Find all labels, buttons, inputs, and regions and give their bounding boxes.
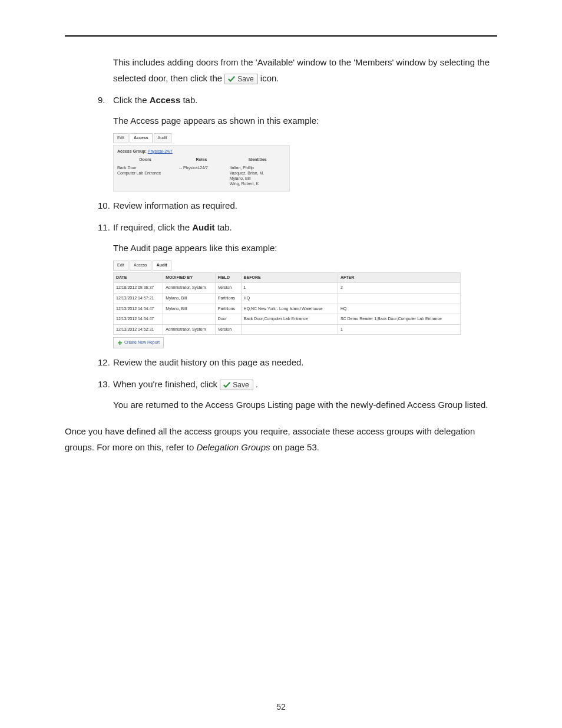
audit-cell: Mylano, Bill: [163, 304, 216, 314]
audit-cell: Partitions: [215, 304, 241, 314]
audit-th: Modified by: [163, 272, 216, 283]
audit-cell: Version: [215, 324, 241, 335]
intro-text: This includes adding doors from the 'Ava…: [113, 57, 490, 83]
audit-cell: SC Demo Reader 1;Back Door;Computer Lab …: [338, 314, 460, 325]
audit-th: Field: [215, 272, 241, 283]
step-13: 13. When you're finished, click Save .: [98, 376, 497, 392]
intro-tail: icon.: [260, 73, 279, 83]
door-item: Computer Lab Entrance: [117, 170, 173, 176]
content-body: This includes adding doors from the 'Ava…: [65, 54, 497, 455]
save-chip-label: Save: [237, 75, 253, 83]
audit-page-screenshot: Edit Access Audit Date Modified by Field…: [113, 261, 461, 348]
door-item: Back Door: [117, 165, 173, 170]
audit-row: 12/13/2012 14:54:47DoorBack Door;Compute…: [114, 314, 461, 325]
audit-cell: Door: [215, 314, 241, 325]
audit-cell: [241, 324, 338, 335]
intro-paragraph: This includes adding doors from the 'Ava…: [113, 54, 497, 86]
audit-cell: HQ: [241, 293, 338, 304]
create-new-report-label: Create New Report: [124, 339, 160, 347]
step-9-number: 9.: [98, 92, 113, 108]
step-11-number: 11.: [98, 219, 113, 235]
step-12: 12. Review the audit history on this pag…: [98, 354, 497, 370]
audit-cell: HQ;NC New York - Long Island Warehouse: [241, 304, 338, 314]
audit-cell: [163, 314, 216, 325]
step-10-text: Review information as required.: [113, 197, 497, 213]
identity-item: Vazquez, Brian, M.: [230, 170, 286, 176]
save-button-inline-2[interactable]: Save: [220, 380, 253, 390]
audit-cell: Administrator, System: [163, 283, 216, 294]
audit-cell: [338, 293, 460, 304]
step-10: 10. Review information as required.: [98, 197, 497, 213]
audit-cell: 12/18/2012 09:36:37: [114, 283, 163, 294]
delegation-groups-ref: Delegation Groups: [196, 442, 270, 452]
step-10-number: 10.: [98, 197, 113, 213]
access-group-label: Access Group:: [117, 149, 147, 153]
save-chip-label: Save: [233, 381, 249, 389]
audit-th: Before: [241, 272, 338, 283]
page-number: 52: [0, 702, 562, 711]
audit-cell: Mylano, Bill: [163, 293, 216, 304]
audit-th: After: [338, 272, 460, 283]
audit-bold: Audit: [192, 222, 214, 232]
step-9-sub: The Access page appears as shown in this…: [113, 113, 497, 129]
step-13-sub: You are returned to the Access Groups Li…: [113, 397, 497, 413]
audit-cell: 12/13/2012 14:52:31: [114, 324, 163, 335]
identities-header: Identities: [230, 156, 286, 164]
audit-cell: Partitions: [215, 293, 241, 304]
audit-mock-tab-access: Access: [130, 261, 151, 271]
checkmark-icon: [227, 75, 236, 83]
identity-item: Wing, Robert, K: [230, 181, 286, 186]
plus-icon: [117, 340, 123, 345]
audit-cell: HQ: [338, 304, 460, 314]
audit-cell: Version: [215, 283, 241, 294]
roles-header: Roles: [173, 156, 229, 164]
audit-cell: 1: [241, 283, 338, 294]
audit-row: 12/13/2012 14:57:21Mylano, BillPartition…: [114, 293, 461, 304]
identity-item: Mylano, Bill: [230, 176, 286, 181]
step-12-number: 12.: [98, 354, 113, 370]
identity-item: Italian, Phillip: [230, 165, 286, 170]
create-new-report-button: Create New Report: [113, 337, 164, 348]
audit-cell: 12/13/2012 14:57:21: [114, 293, 163, 304]
access-bold: Access: [150, 95, 181, 105]
access-mock-tab-access: Access: [130, 133, 153, 143]
audit-th: Date: [114, 272, 163, 283]
role-item: -- Physical-24/7: [173, 165, 229, 170]
step-9: 9. Click the Access tab.: [98, 92, 497, 108]
checkmark-icon: [223, 381, 231, 389]
svg-rect-1: [118, 342, 122, 344]
audit-cell: 12/13/2012 14:54:47: [114, 304, 163, 314]
doors-header: Doors: [117, 156, 173, 164]
access-mock-tab-audit: Audit: [154, 133, 171, 143]
audit-cell: 1: [338, 324, 460, 335]
save-button-inline-1[interactable]: Save: [224, 74, 257, 84]
audit-mock-tab-edit: Edit: [113, 261, 128, 271]
audit-mock-tab-audit: Audit: [153, 261, 171, 271]
step-12-text: Review the audit history on this page as…: [113, 354, 497, 370]
audit-cell: Back Door;Computer Lab Entrance: [241, 314, 338, 325]
step-11: 11. If required, click the Audit tab.: [98, 219, 497, 235]
step-13-number: 13.: [98, 376, 113, 392]
closing-paragraph: Once you have defined all the access gro…: [65, 423, 497, 455]
audit-table: Date Modified by Field Before After 12/1…: [113, 272, 461, 335]
audit-row: 12/13/2012 14:54:47Mylano, BillPartition…: [114, 304, 461, 314]
audit-row: 12/18/2012 09:36:37Administrator, System…: [114, 283, 461, 294]
audit-cell: Administrator, System: [163, 324, 216, 335]
audit-cell: 2: [338, 283, 460, 294]
audit-row: 12/13/2012 14:52:31Administrator, System…: [114, 324, 461, 335]
step-11-sub: The Audit page appears like this example…: [113, 240, 497, 256]
access-mock-tab-edit: Edit: [113, 133, 128, 143]
access-page-screenshot: Edit Access Audit Access Group: Physical…: [113, 133, 290, 192]
access-group-link: Physical-24/7: [148, 149, 173, 153]
audit-cell: 12/13/2012 14:54:47: [114, 314, 163, 325]
top-rule: [65, 35, 497, 37]
